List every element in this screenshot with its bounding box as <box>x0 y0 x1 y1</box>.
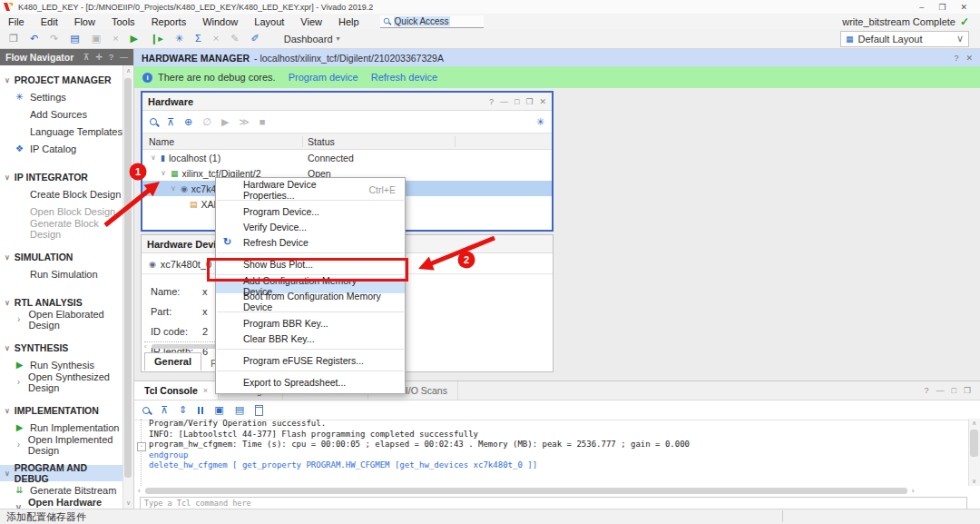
tab-general[interactable]: General <box>144 352 201 371</box>
hardware-panel-header[interactable]: Hardware ? — □ ❐ ✕ <box>142 93 552 111</box>
sidebar-item-open-synthesized-design[interactable]: › Open Synthesized Design <box>0 373 123 391</box>
menu-item-program-efuse-registers[interactable]: Program eFUSE Registers... <box>216 352 405 368</box>
save-icon[interactable]: ▤ <box>70 34 79 44</box>
menu-window[interactable]: Window <box>194 16 246 27</box>
scroll-left-icon[interactable]: ‹ <box>138 487 141 495</box>
sidebar-item-open-implemented-design[interactable]: › Open Implemented Design <box>0 436 123 453</box>
menu-item-program-bbr-key[interactable]: Program BBR Key... <box>216 315 405 331</box>
console-output[interactable]: - Program/Verify Operation successful. I… <box>134 419 969 486</box>
help-icon[interactable]: ? <box>489 97 494 106</box>
minimize-panel-icon[interactable]: — <box>500 97 508 106</box>
scroll-down-icon[interactable]: ∨ <box>970 478 978 485</box>
expand-all-icon[interactable]: ⇕ <box>179 405 187 415</box>
collapse-all-icon[interactable]: ⊼ <box>161 405 168 415</box>
menu-item-clear-bbr-key[interactable]: Clear BBR Key... <box>216 331 405 346</box>
layout-selector[interactable]: ▦ Default Layout ∨ <box>840 31 969 47</box>
section-ip-integrator[interactable]: ∨ IP INTEGRATOR <box>0 169 123 185</box>
scroll-up-icon[interactable]: ∧ <box>124 67 132 74</box>
search-icon[interactable] <box>150 118 157 125</box>
column-name[interactable]: Name <box>142 136 303 147</box>
open-project-icon[interactable]: ❐ <box>9 34 18 44</box>
clear-console-icon[interactable] <box>255 405 263 416</box>
sidebar-item-add-sources[interactable]: Add Sources <box>0 105 123 123</box>
run-status[interactable]: write_bitstream Complete ✓ <box>842 15 980 28</box>
delete-icon[interactable]: × <box>113 34 118 44</box>
edit-device-icon[interactable]: ✐ <box>250 34 259 44</box>
sidebar-item-run-simulation[interactable]: Run Simulation <box>0 265 123 282</box>
maximize-panel-icon[interactable]: □ <box>951 386 956 395</box>
float-panel-icon[interactable]: ❐ <box>525 97 533 106</box>
scrollbar-thumb[interactable] <box>124 78 132 478</box>
menu-flow[interactable]: Flow <box>66 16 103 27</box>
disconnect-icon[interactable]: ∅ <box>202 117 211 127</box>
run-all-icon[interactable]: ≫ <box>239 117 250 127</box>
sidebar-item-language-templates[interactable]: Language Templates <box>0 123 123 140</box>
section-implementation[interactable]: ∨ IMPLEMENTATION <box>0 402 123 419</box>
console-horizontal-scrollbar[interactable]: ‹ › <box>134 486 969 496</box>
scrollbar-thumb[interactable] <box>970 430 978 457</box>
chevron-down-icon[interactable]: ∨ <box>160 169 167 177</box>
step-icon[interactable]: ❙▸ <box>150 34 163 44</box>
refresh-device-link[interactable]: Refresh device <box>371 72 437 83</box>
menu-layout[interactable]: Layout <box>246 16 292 27</box>
autoconnect-icon[interactable]: ⊕ <box>184 117 192 127</box>
menu-item-boot-from-configuration-memory-device[interactable]: Boot from Configuration Memory Device <box>216 293 405 309</box>
close-icon[interactable]: ✕ <box>539 97 546 106</box>
chevron-down-icon[interactable]: ∨ <box>150 153 157 162</box>
page-icon[interactable]: ▤ <box>235 405 244 415</box>
copy-icon[interactable]: ▣ <box>92 34 101 44</box>
fold-marker-icon[interactable]: - <box>137 442 146 451</box>
menu-reports[interactable]: Reports <box>143 16 195 27</box>
console-vertical-scrollbar[interactable]: ∧ ∨ <box>968 419 980 486</box>
float-panel-icon[interactable]: ❐ <box>964 386 971 395</box>
redo-icon[interactable]: ↷ <box>50 34 58 44</box>
close-icon[interactable]: ✕ <box>965 54 973 63</box>
run-icon[interactable]: ▶ <box>131 34 138 44</box>
menu-file[interactable]: File <box>0 16 33 27</box>
gear-icon[interactable]: ✳ <box>536 117 544 127</box>
menu-item-program-device[interactable]: Program Device... <box>216 203 405 219</box>
minimize-panel-icon[interactable]: — <box>936 386 944 395</box>
gear-icon[interactable]: ✛ <box>95 53 103 62</box>
scroll-down-icon[interactable]: ∨ <box>124 499 132 507</box>
stop-icon[interactable]: ■ <box>260 117 266 127</box>
chevron-down-icon[interactable]: ∨ <box>170 184 177 193</box>
collapse-all-icon[interactable]: ⊼ <box>83 53 90 62</box>
search-icon[interactable] <box>142 407 150 414</box>
report-sigma-icon[interactable]: Σ <box>195 34 201 44</box>
flow-navigator-scrollbar[interactable]: ∧ ∨ <box>122 65 133 509</box>
section-simulation[interactable]: ∨ SIMULATION <box>0 249 123 265</box>
dashboard-dropdown[interactable]: Dashboard ▾ <box>284 34 340 44</box>
maximize-panel-icon[interactable]: □ <box>514 97 519 106</box>
menu-item-export-to-spreadsheet[interactable]: Export to Spreadsheet... <box>216 374 405 390</box>
help-icon[interactable]: ? <box>109 53 113 62</box>
collapse-all-icon[interactable]: ⊼ <box>167 117 174 127</box>
menu-view[interactable]: View <box>292 16 330 27</box>
pause-output-icon[interactable] <box>198 407 203 414</box>
menu-item-hardware-device-properties[interactable]: Hardware Device Properties... Ctrl+E <box>216 182 405 197</box>
help-icon[interactable]: ? <box>924 386 928 395</box>
minimize-icon[interactable]: – <box>919 3 924 12</box>
sidebar-item-open-hardware-manager[interactable]: ∨ Open Hardware Manager <box>0 499 123 509</box>
menu-item-verify-device[interactable]: Verify Device... <box>216 219 405 234</box>
undo-icon[interactable]: ↶ <box>30 34 38 44</box>
settings-gear-icon[interactable]: ✳ <box>175 34 183 44</box>
menu-item-refresh-device[interactable]: ↻ Refresh Device <box>216 234 405 250</box>
help-icon[interactable]: ? <box>954 54 958 63</box>
copy-icon[interactable]: ▣ <box>214 405 223 415</box>
sidebar-item-create-block-design[interactable]: Create Block Design <box>0 185 123 203</box>
run-target-icon[interactable]: ▶ <box>221 117 229 127</box>
link-icon[interactable]: ✎ <box>230 34 239 44</box>
scrollbar-thumb[interactable] <box>145 488 907 494</box>
sidebar-item-ip-catalog[interactable]: ❖ IP Catalog <box>0 140 123 157</box>
menu-edit[interactable]: Edit <box>33 16 66 27</box>
tcl-command-input[interactable] <box>140 497 967 509</box>
close-tab-icon[interactable]: × <box>203 386 208 395</box>
section-program-and-debug[interactable]: ∨ PROGRAM AND DEBUG <box>0 465 123 481</box>
column-status[interactable]: Status <box>303 136 456 147</box>
scroll-up-icon[interactable]: ∧ <box>970 420 978 427</box>
menu-tools[interactable]: Tools <box>103 16 143 27</box>
quick-access-input[interactable]: Quick Access <box>380 15 484 28</box>
cancel-icon[interactable]: × <box>213 34 219 44</box>
sidebar-item-open-elaborated-design[interactable]: › Open Elaborated Design <box>0 311 123 328</box>
